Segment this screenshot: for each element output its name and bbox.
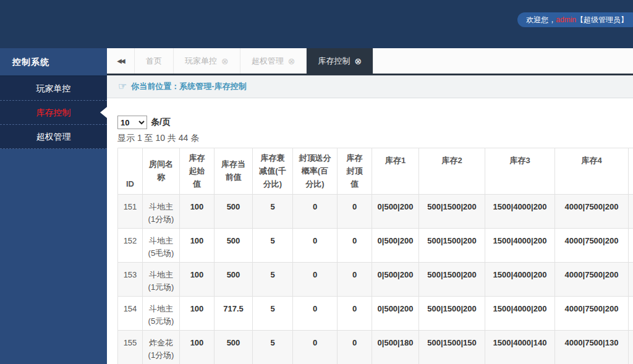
table-cell: 0: [338, 331, 372, 364]
breadcrumb-text: 你当前位置：系统管理-库存控制: [131, 81, 246, 92]
sidebar-item-0[interactable]: 玩家单控: [0, 77, 107, 101]
table-cell: 0: [293, 263, 338, 297]
sidebar-item-1[interactable]: 库存控制: [0, 101, 107, 125]
table-cell: 0|500|180: [372, 331, 419, 364]
table-cell: 153: [118, 263, 143, 297]
table-cell: 1500|4000|200: [485, 195, 555, 229]
table-body: 151斗地主 (1分场)1005005000|500|200500|1500|2…: [118, 195, 633, 364]
table-cell: 5: [253, 297, 293, 331]
table-cell: 5: [253, 195, 293, 229]
tab-0[interactable]: 首页: [135, 48, 174, 74]
table-row: 155炸金花 (1分场)1005005000|500|180500|1500|1…: [118, 331, 633, 364]
table-cell: 7: [629, 297, 633, 331]
main-area: ◀◀ 首页玩家单控⊗超权管理⊗库存控制⊗ ☞ 你当前位置：系统管理-库存控制 1…: [107, 48, 633, 364]
table-cell: 7: [629, 229, 633, 263]
table-cell: 154: [118, 297, 143, 331]
tab-1[interactable]: 玩家单控⊗: [174, 48, 240, 74]
double-left-arrow-icon: ◀◀: [117, 57, 124, 64]
tab-close-icon[interactable]: ⊗: [288, 56, 295, 66]
user-role: 【超级管理员】: [576, 15, 628, 24]
table-cell: 0: [338, 195, 372, 229]
table-cell: 4000|7500|200: [555, 229, 629, 263]
sidebar-item-2[interactable]: 超权管理: [0, 125, 107, 149]
tab-3[interactable]: 库存控制⊗: [307, 48, 373, 74]
table-cell: 100: [180, 331, 215, 364]
table-cell: 0: [293, 297, 338, 331]
tab-label: 玩家单控: [185, 56, 217, 67]
column-header: 库存 起始 值: [180, 148, 215, 195]
table-cell: 1500|4000|200: [485, 263, 555, 297]
table-cell: 7: [629, 263, 633, 297]
content-panel: 10 条/页 显示 1 至 10 共 44 条 ID房间名 称库存 起始 值库存…: [107, 98, 633, 364]
table-cell: 0: [293, 331, 338, 364]
tab-bar: ◀◀ 首页玩家单控⊗超权管理⊗库存控制⊗: [107, 48, 633, 75]
table-cell: 500: [215, 331, 253, 364]
top-banner: 欢迎您，admin【超级管理员】: [0, 0, 633, 48]
table-cell: 炸金花 (1分场): [143, 331, 180, 364]
tab-label: 库存控制: [318, 56, 350, 67]
table-cell: 斗地主 (5毛场): [143, 229, 180, 263]
user-welcome-badge[interactable]: 欢迎您，admin【超级管理员】: [517, 12, 633, 27]
table-cell: 500: [215, 195, 253, 229]
column-header: 库存衰 减值(千 分比): [253, 148, 293, 195]
inventory-table-wrap: ID房间名 称库存 起始 值库存当 前值库存衰 减值(千 分比)封顶送分 概率(…: [117, 148, 633, 364]
table-cell: 500|1500|200: [419, 229, 485, 263]
table-cell: 152: [118, 229, 143, 263]
table-cell: 1500|4000|200: [485, 297, 555, 331]
table-cell: 0|500|200: [372, 297, 419, 331]
table-cell: 4000|7500|200: [555, 297, 629, 331]
column-header: 库存2: [419, 148, 485, 195]
table-cell: 500: [215, 229, 253, 263]
table-cell: 100: [180, 195, 215, 229]
page-size-control: 10 条/页: [117, 116, 633, 129]
table-row: 151斗地主 (1分场)1005005000|500|200500|1500|2…: [118, 195, 633, 229]
column-header: 库存1: [372, 148, 419, 195]
table-cell: 1500|4000|200: [485, 229, 555, 263]
table-cell: 5: [253, 229, 293, 263]
table-cell: 500: [215, 263, 253, 297]
inventory-table: ID房间名 称库存 起始 值库存当 前值库存衰 减值(千 分比)封顶送分 概率(…: [117, 148, 633, 364]
table-cell: 0: [293, 195, 338, 229]
tab-label: 首页: [146, 56, 162, 67]
table-cell: 500|1500|150: [419, 331, 485, 364]
table-cell: 5: [253, 331, 293, 364]
column-header: 库存4: [555, 148, 629, 195]
table-cell: 4000|7500|200: [555, 263, 629, 297]
table-cell: 155: [118, 331, 143, 364]
table-cell: 1500|4000|140: [485, 331, 555, 364]
table-row: 154斗地主 (5元场)100717.55000|500|200500|1500…: [118, 297, 633, 331]
column-header: 房间名 称: [143, 148, 180, 195]
table-cell: 151: [118, 195, 143, 229]
sidebar-menu: 玩家单控库存控制超权管理: [0, 77, 107, 149]
table-cell: 0: [338, 229, 372, 263]
table-cell: 0: [338, 263, 372, 297]
table-cell: 0|500|200: [372, 263, 419, 297]
table-cell: 斗地主 (1元场): [143, 263, 180, 297]
welcome-text: 欢迎您，: [526, 15, 556, 24]
table-cell: 100: [180, 297, 215, 331]
table-cell: 500|1500|200: [419, 297, 485, 331]
active-item-arrow-icon: [100, 107, 107, 118]
tab-2[interactable]: 超权管理⊗: [240, 48, 307, 74]
sidebar-item-label: 玩家单控: [36, 83, 71, 93]
table-cell: 500|1500|200: [419, 263, 485, 297]
sidebar: 控制系统 玩家单控库存控制超权管理: [0, 48, 107, 364]
table-cell: 斗地主 (5元场): [143, 297, 180, 331]
column-header: 库存3: [485, 148, 555, 195]
table-cell: 4000|7500|200: [555, 195, 629, 229]
page-size-select[interactable]: 10: [117, 116, 147, 129]
tab-close-icon[interactable]: ⊗: [354, 56, 362, 66]
table-cell: 0|500|200: [372, 229, 419, 263]
table-cell: 4000|7500|130: [555, 331, 629, 364]
pagination-info: 显示 1 至 10 共 44 条: [117, 133, 633, 144]
table-row: 152斗地主 (5毛场)1005005000|500|200500|1500|2…: [118, 229, 633, 263]
table-cell: 717.5: [215, 297, 253, 331]
breadcrumb: ☞ 你当前位置：系统管理-库存控制: [107, 75, 633, 98]
collapse-tabs-button[interactable]: ◀◀: [107, 48, 135, 74]
column-header: [629, 148, 633, 195]
page-size-label: 条/页: [151, 117, 171, 128]
table-cell: 0: [293, 229, 338, 263]
table-cell: 0|500|200: [372, 195, 419, 229]
tab-close-icon[interactable]: ⊗: [221, 56, 229, 66]
tab-list: 首页玩家单控⊗超权管理⊗库存控制⊗: [135, 48, 373, 74]
